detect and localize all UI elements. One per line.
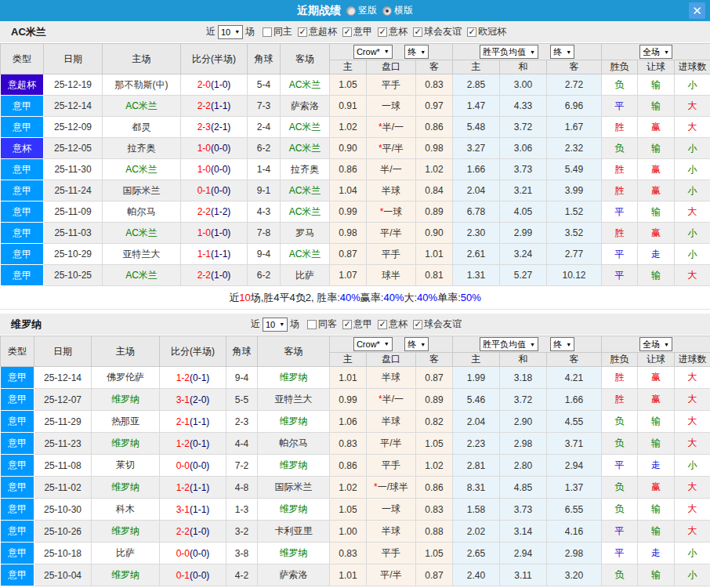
avg-draw: 3.00: [500, 74, 547, 96]
result-wdl: 负: [602, 411, 638, 433]
avg-away: 6.96: [547, 96, 602, 117]
avg-home: 2.02: [453, 521, 500, 543]
match-count-select[interactable]: 10▼: [218, 25, 243, 39]
handicap: *平/半: [367, 138, 416, 159]
half-score: (2-0): [190, 394, 209, 405]
away-team: 维罗纳: [258, 411, 330, 433]
star-icon: *: [379, 122, 382, 132]
layout-option-horizontal[interactable]: 横版: [382, 4, 413, 17]
league-filter-4[interactable]: ✓欧冠杯: [467, 25, 506, 38]
result-handicap: 赢: [638, 477, 675, 499]
fullmatch-select[interactable]: 全场▼: [639, 45, 672, 59]
avg-home: 6.78: [453, 201, 500, 223]
home-odds: 1.06: [330, 411, 367, 433]
league-badge: 意甲: [1, 201, 44, 223]
avg-draw: 2.98: [500, 433, 547, 455]
layout-option-vertical[interactable]: 竖版: [346, 4, 377, 17]
match-date: 25-10-25: [44, 265, 103, 286]
handicap: 平手: [367, 74, 416, 96]
league-badge: 意甲: [1, 499, 34, 521]
handicap: 平/半: [367, 564, 416, 586]
chevron-down-icon: ▼: [234, 29, 240, 34]
score: 1-2(0-1): [160, 367, 226, 389]
avg-final-value: 终: [553, 339, 562, 350]
avg-away: 2.32: [547, 138, 602, 159]
result-goals: 小: [675, 159, 710, 180]
corners: 3-2: [226, 521, 258, 543]
result-wdl: 胜: [602, 367, 638, 389]
avg-away: 4.21: [547, 367, 602, 389]
league-filter-3[interactable]: ✓球会友谊: [413, 25, 462, 38]
same-venue-checkbox[interactable]: 同主: [263, 25, 292, 38]
corners: 2-3: [226, 411, 258, 433]
match-count-value: 10: [266, 320, 275, 329]
league-filter-2[interactable]: ✓球会友谊: [413, 318, 462, 331]
league-filter-1[interactable]: ✓意杯: [378, 318, 408, 331]
league-filter-3-label: 球会友谊: [424, 25, 462, 38]
score: 1-0(0-0): [181, 159, 248, 180]
fullmatch-select[interactable]: 全场▼: [639, 337, 672, 351]
avg-select[interactable]: 胜平负均值▼: [480, 45, 538, 59]
league-filter-0[interactable]: ✓意甲: [342, 318, 372, 331]
same-venue-checkbox[interactable]: 同客: [307, 318, 337, 331]
match-date: 25-10-04: [34, 564, 92, 586]
half-score: (1-1): [190, 416, 209, 427]
league-filter-2[interactable]: ✓意杯: [378, 25, 408, 38]
final-score: 2-2: [197, 270, 211, 281]
col-type: 类型: [1, 44, 44, 74]
final-score: 1-2: [176, 438, 190, 449]
half-score: (0-0): [211, 143, 230, 154]
half-score: (0-0): [190, 460, 209, 471]
away-odds: 0.89: [416, 201, 453, 223]
league-filter-1[interactable]: ✓意甲: [342, 25, 372, 38]
half-score: (2-1): [211, 122, 230, 132]
checkbox-icon: ✓: [413, 320, 422, 329]
league-badge: 意甲: [1, 564, 34, 586]
match-row: 意甲25-10-25AC米兰2-2(1-0)6-2比萨1.07球半0.811.3…: [1, 265, 710, 286]
avg-away: 3.71: [547, 433, 602, 455]
score: 2-2(1-0): [181, 265, 248, 286]
away-team: 罗马: [281, 223, 330, 244]
result-handicap: 输: [638, 201, 675, 223]
odds-company-select[interactable]: Crow*▼: [353, 45, 393, 59]
avg-final-select[interactable]: 终▼: [550, 337, 574, 351]
handicap: 球半: [367, 265, 416, 286]
corners: 5-5: [226, 389, 258, 411]
col-date: 日期: [44, 44, 103, 74]
match-count-select[interactable]: 10▼: [263, 318, 288, 332]
close-button[interactable]: ✕: [689, 2, 705, 19]
half-score: (1-1): [190, 504, 209, 515]
handicap: 半球: [367, 521, 416, 543]
home-team: AC米兰: [103, 96, 181, 117]
match-date: 25-12-09: [44, 117, 103, 138]
away-odds: 0.98: [416, 138, 453, 159]
result-goals: 小: [675, 564, 710, 586]
avg-final-select[interactable]: 终▼: [550, 45, 574, 59]
corners: 7-2: [226, 455, 258, 477]
match-row: 意甲25-10-30科木3-1(1-1)1-3维罗纳1.05一球0.831.58…: [1, 499, 710, 521]
home-team: 比萨: [92, 543, 160, 564]
league-filter-0[interactable]: ✓意超杯: [298, 25, 337, 38]
filter-controls: 近10▼场同客✓意甲✓意杯✓球会友谊: [248, 318, 462, 332]
odds-company-select[interactable]: Crow*▼: [353, 337, 393, 351]
half-score: (1-0): [211, 270, 230, 281]
home-odds: 1.04: [330, 180, 367, 201]
odds-final-select[interactable]: 终▼: [404, 45, 429, 59]
result-handicap: 输: [638, 96, 675, 117]
avg-draw: 3.73: [500, 499, 547, 521]
corners: 9-1: [248, 180, 281, 201]
handicap: 半球: [367, 367, 416, 389]
result-goals: 小: [675, 74, 710, 96]
away-odds: 1.05: [416, 543, 453, 564]
col-avg-away: 客: [547, 353, 602, 367]
col-result-goals: 进球数: [675, 60, 710, 74]
half-score: (0-0): [211, 164, 230, 175]
same-venue-checkbox-label: 同主: [273, 25, 292, 38]
final-score: 1-0: [197, 227, 211, 238]
col-avg-away: 客: [547, 60, 602, 74]
chevron-down-icon: ▼: [566, 49, 571, 55]
odds-final-select[interactable]: 终▼: [404, 337, 429, 351]
chevron-down-icon: ▼: [420, 342, 426, 347]
avg-select[interactable]: 胜平负均值▼: [480, 337, 538, 351]
radio-icon: [346, 6, 356, 16]
